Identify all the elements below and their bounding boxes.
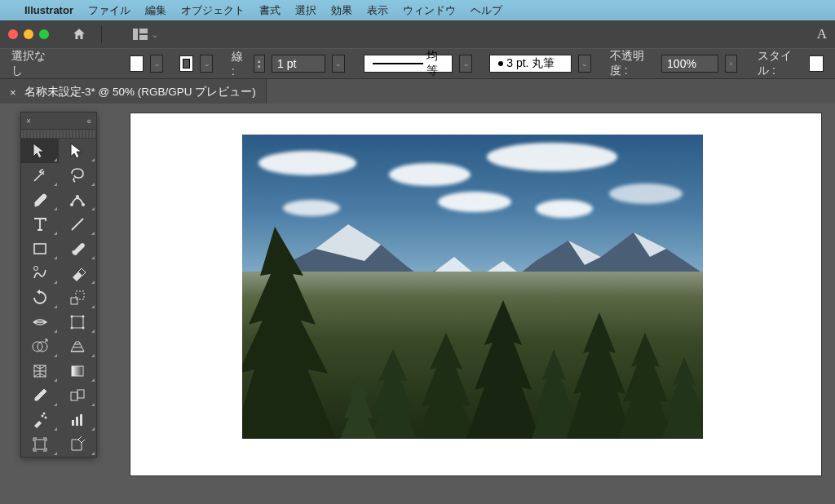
svg-rect-21 [77,390,84,398]
window-controls [8,29,49,39]
brush-field[interactable]: 3 pt. 丸筆 [489,55,572,73]
tool-pen[interactable] [21,188,59,212]
document-tab-bar: × 名称未設定-3* @ 50% (RGB/GPU プレビュー) [0,79,835,106]
tool-type[interactable] [21,212,59,237]
tool-lasso[interactable] [59,163,96,188]
menu-effect[interactable]: 効果 [331,3,352,18]
svg-rect-26 [76,417,78,426]
tool-magic-wand[interactable] [21,163,59,188]
svg-rect-0 [133,29,138,40]
collapse-panel-icon[interactable]: « [86,117,91,126]
separator [101,25,102,43]
placed-image[interactable] [242,135,703,439]
opacity-dropdown[interactable]: › [725,55,738,73]
svg-point-14 [71,327,73,329]
menu-select[interactable]: 選択 [295,3,316,18]
document-tab[interactable]: × 名称未設定-3* @ 50% (RGB/GPU プレビュー) [0,79,267,105]
stroke-profile-dropdown[interactable]: ⌵ [459,55,472,73]
tool-perspective[interactable] [59,334,96,359]
tool-free-transform[interactable] [59,310,96,334]
stroke-weight-dropdown[interactable]: ⌵ [332,55,345,73]
svg-point-6 [76,195,79,198]
tool-line[interactable] [59,212,96,237]
tool-column-graph[interactable] [59,408,96,432]
tools-panel[interactable]: × « [20,112,97,458]
tool-curvature[interactable] [59,188,96,212]
style-swatch[interactable] [809,55,824,72]
zoom-window-button[interactable] [39,29,49,39]
tool-mesh[interactable] [21,359,59,383]
tool-shape-builder[interactable] [21,334,59,359]
tool-gradient[interactable] [59,359,96,383]
fill-swatch[interactable] [130,55,144,72]
stroke-sample-icon [373,63,423,64]
svg-rect-27 [80,414,82,426]
canvas-area[interactable]: × « [0,104,835,504]
tool-eyedropper[interactable] [21,383,59,408]
svg-rect-28 [35,440,45,449]
svg-point-4 [70,203,73,206]
svg-rect-7 [34,244,46,254]
stroke-swatch[interactable] [179,55,194,72]
tool-width[interactable] [21,310,59,334]
tool-rectangle[interactable] [21,237,59,261]
fill-dropdown[interactable]: ⌵ [150,55,163,73]
stroke-dropdown[interactable]: ⌵ [200,55,213,73]
tool-direct-selection[interactable] [59,139,96,163]
app-window: ⌵ A 選択なし ⌵ ⌵ 線 : ▴▾ 1 pt ⌵ 均等 ⌵ 3 pt. 丸筆… [0,20,835,504]
macos-menubar: Illustrator ファイル 編集 オブジェクト 書式 選択 効果 表示 ウ… [0,0,835,20]
close-window-button[interactable] [8,29,18,39]
chevron-down-icon: ⌵ [152,30,157,39]
tool-blend[interactable] [59,383,96,408]
selection-status-label: 選択なし [11,49,51,78]
tool-slice[interactable] [59,432,96,457]
stroke-weight-stepper[interactable]: ▴▾ [254,55,265,73]
svg-point-22 [42,415,44,418]
tool-rotate[interactable] [21,285,59,310]
stroke-profile-field[interactable]: 均等 [364,55,453,73]
svg-rect-19 [72,366,83,376]
panel-grip[interactable] [21,130,96,139]
menu-help[interactable]: ヘルプ [471,3,502,18]
tool-selection[interactable] [21,139,59,163]
close-tab-icon[interactable]: × [10,86,16,99]
window-titlebar: ⌵ A [0,20,835,48]
svg-point-3 [42,169,43,170]
brush-dropdown[interactable]: ⌵ [578,55,591,73]
tools-panel-header[interactable]: × « [21,113,96,130]
svg-point-24 [43,413,46,415]
artboard[interactable] [130,113,821,475]
svg-rect-11 [72,316,83,328]
svg-point-12 [71,316,73,318]
arrange-documents-button[interactable]: ⌵ [133,29,157,40]
svg-point-8 [34,267,38,271]
svg-rect-1 [139,29,148,33]
menu-file[interactable]: ファイル [88,3,130,18]
menu-window[interactable]: ウィンドウ [403,3,456,18]
opacity-label: 不透明度 : [610,49,655,78]
home-button[interactable] [72,27,86,42]
minimize-window-button[interactable] [24,29,33,39]
close-panel-icon[interactable]: × [26,117,31,126]
menu-object[interactable]: オブジェクト [181,3,245,18]
tool-scale[interactable] [59,285,96,310]
style-label: スタイル : [758,49,802,78]
brush-sample-icon [498,61,503,66]
app-menu[interactable]: Illustrator [24,4,73,16]
menu-edit[interactable]: 編集 [145,3,166,18]
document-tab-title: 名称未設定-3* @ 50% (RGB/GPU プレビュー) [24,85,256,99]
svg-point-23 [45,417,47,419]
tool-paintbrush[interactable] [59,237,96,261]
stroke-weight-field[interactable]: 1 pt [272,55,325,73]
svg-rect-25 [72,420,74,426]
menu-view[interactable]: 表示 [367,3,388,18]
svg-rect-20 [71,392,77,400]
tool-symbol-sprayer[interactable] [21,408,59,432]
control-bar: 選択なし ⌵ ⌵ 線 : ▴▾ 1 pt ⌵ 均等 ⌵ 3 pt. 丸筆 ⌵ 不… [0,48,835,79]
tool-shaper[interactable] [21,261,59,285]
tool-artboard[interactable] [21,432,59,457]
search-adobe-icon[interactable]: A [817,26,827,42]
tool-eraser[interactable] [59,261,96,285]
menu-type[interactable]: 書式 [259,3,281,18]
opacity-field[interactable]: 100% [661,55,718,73]
